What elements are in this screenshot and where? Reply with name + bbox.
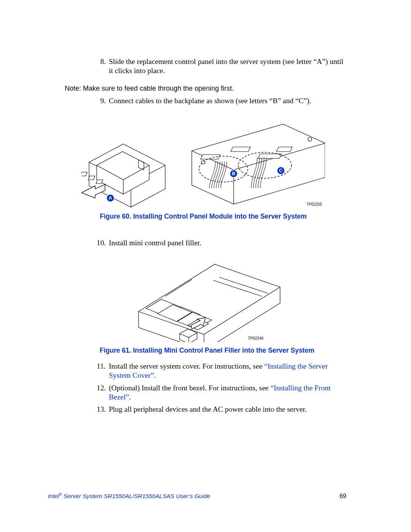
content: 8. Slide the replacement control panel i…: [97, 57, 348, 414]
footer-title-pre: Intel: [48, 493, 59, 499]
step-number: 12.: [97, 383, 109, 402]
figure-60-tp: TP02255: [306, 202, 322, 206]
registered-mark: ®: [59, 492, 62, 497]
page-number: 69: [339, 492, 346, 500]
callout-c-label: C: [279, 168, 283, 173]
step-text: Plug all peripheral devices and the AC p…: [109, 405, 348, 414]
step-number: 11.: [97, 362, 109, 380]
svg-point-12: [308, 137, 312, 141]
step-text: Slide the replacement control panel into…: [109, 57, 348, 76]
figure-60: A: [81, 113, 325, 221]
figure-61-caption: Figure 61. Installing Mini Control Panel…: [97, 347, 317, 355]
step-12: 12. (Optional) Install the front bezel. …: [97, 383, 348, 402]
svg-rect-8: [231, 147, 250, 152]
footer-title: Intel® Server System SR1550AL/SR1550ALSA…: [48, 492, 210, 500]
page: 8. Slide the replacement control panel i…: [0, 0, 411, 532]
figure-61-tp: TP02248: [248, 336, 263, 340]
step-text: Install the server system cover. For ins…: [109, 362, 348, 380]
callout-a-label: A: [108, 195, 112, 201]
figure-61-svg: TP02248: [131, 254, 283, 342]
step-text: Connect cables to the backplane as shown…: [109, 96, 348, 105]
step-number: 8.: [97, 57, 109, 76]
step-10: 10. Install mini control panel filler.: [97, 238, 348, 248]
step-text: Install mini control panel filler.: [109, 238, 348, 248]
step-12-post: .: [129, 393, 131, 401]
figure-60-svg: A: [81, 113, 325, 208]
step-11-post: .: [154, 371, 156, 379]
svg-rect-2: [81, 172, 87, 176]
svg-rect-4: [96, 180, 103, 184]
step-11-pre: Install the server system cover. For ins…: [109, 362, 264, 370]
svg-rect-10: [276, 147, 292, 152]
footer-title-post: Server System SR1550AL/SR1550ALSAS User’…: [62, 493, 210, 499]
step-11: 11. Install the server system cover. For…: [97, 362, 348, 380]
note-text: Note: Make sure to feed cable through th…: [65, 84, 348, 93]
svg-rect-3: [88, 176, 95, 180]
callout-b-label: B: [232, 171, 235, 176]
svg-marker-6: [192, 124, 325, 204]
page-footer: Intel® Server System SR1550AL/SR1550ALSA…: [48, 492, 346, 500]
step-8: 8. Slide the replacement control panel i…: [97, 57, 348, 76]
svg-rect-7: [201, 155, 220, 159]
step-number: 10.: [97, 238, 109, 248]
svg-rect-9: [258, 154, 282, 158]
step-12-pre: (Optional) Install the front bezel. For …: [109, 384, 271, 392]
step-text: (Optional) Install the front bezel. For …: [109, 383, 348, 402]
step-13: 13. Plug all peripheral devices and the …: [97, 405, 348, 414]
step-number: 9.: [97, 96, 109, 105]
figure-61: TP02248 Figure 61. Installing Mini Contr…: [131, 254, 283, 355]
step-number: 13.: [97, 405, 109, 414]
figure-60-caption: Figure 60. Installing Control Panel Modu…: [81, 212, 325, 221]
step-9: 9. Connect cables to the backplane as sh…: [97, 96, 348, 105]
